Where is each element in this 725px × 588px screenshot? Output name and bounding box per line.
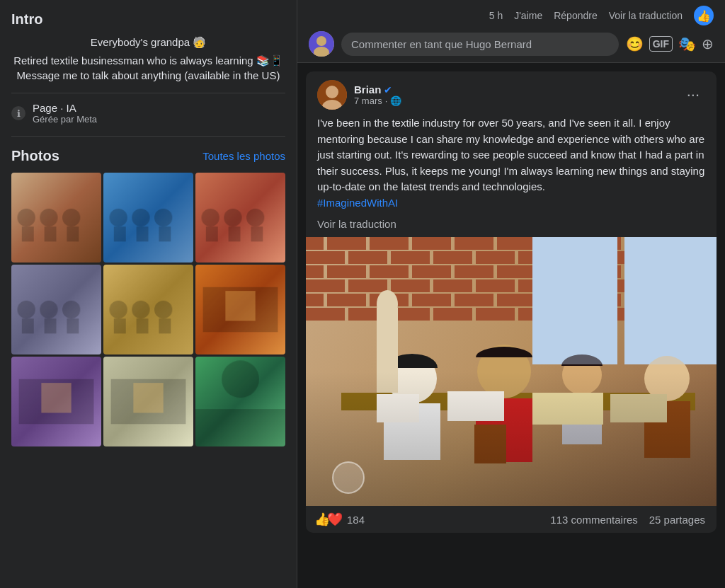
reactions-count: 184 (347, 514, 365, 526)
photo-9[interactable] (195, 357, 285, 446)
translate-action[interactable]: Voir la traduction (609, 10, 683, 21)
reaction-icons: 👍 ❤️ (317, 512, 343, 527)
intro-tagline: Everybody's grandpa 🧓 (11, 36, 285, 49)
intro-title: Intro (11, 11, 285, 28)
photo-5[interactable] (103, 265, 193, 354)
photos-grid (11, 173, 285, 446)
photo-3[interactable] (195, 173, 285, 263)
page-info: ℹ Page · IA Gérée par Meta (11, 102, 285, 125)
right-panel: 5 h J'aime Répondre Voir la traduction 👍… (297, 0, 725, 588)
intro-divider (11, 93, 285, 93)
svg-point-4 (326, 86, 338, 98)
like-button[interactable]: 👍 (694, 6, 714, 25)
post-date-text: 7 mars (354, 96, 382, 106)
comment-icons: 😊 GIF 🎭 ⊕ (626, 35, 714, 52)
intro-section: Intro Everybody's grandpa 🧓 Retired text… (11, 11, 285, 137)
photos-header: Photos Toutes les photos (11, 148, 285, 164)
photo-4[interactable] (11, 265, 101, 354)
heart-reaction-icon: ❤️ (327, 512, 343, 527)
reply-action[interactable]: Répondre (554, 10, 598, 21)
post-body: I've been in the textile industry for ov… (306, 115, 717, 218)
comment-input[interactable] (341, 33, 619, 56)
photo-2[interactable] (103, 173, 193, 263)
page-info-text: Page · IA Gérée par Meta (33, 102, 97, 125)
commenter-avatar (309, 31, 334, 57)
shares-count[interactable]: 25 partages (649, 514, 705, 526)
photos-title: Photos (11, 148, 59, 164)
all-photos-link[interactable]: Toutes les photos (202, 150, 285, 162)
photo-1[interactable] (11, 173, 101, 263)
post-date: 7 mars · 🌐 (354, 96, 674, 106)
intro-bio: Retired textile businessman who is alway… (11, 53, 285, 83)
post-globe-icon: 🌐 (390, 96, 401, 106)
post-stats: 113 commentaires 25 partages (550, 514, 705, 526)
post-text: I've been in the textile industry for ov… (317, 117, 704, 192)
left-panel: Intro Everybody's grandpa 🧓 Retired text… (0, 0, 297, 588)
info-icon: ℹ (11, 106, 25, 120)
photo-8[interactable] (103, 357, 193, 446)
photos-section: Photos Toutes les photos (11, 148, 285, 446)
svg-point-1 (316, 36, 326, 46)
comments-count[interactable]: 113 commentaires (550, 514, 637, 526)
photo-7[interactable] (11, 357, 101, 446)
post-author-avatar[interactable] (317, 80, 347, 110)
like-action[interactable]: J'aime (514, 10, 542, 21)
post-translate-link[interactable]: Voir la traduction (306, 218, 717, 237)
post-image-container (306, 237, 717, 506)
post-footer: 👍 ❤️ 184 113 commentaires 25 partages (306, 506, 717, 533)
post-hashtag[interactable]: #ImaginedWithAI (317, 197, 398, 209)
page-label: Page · IA (33, 102, 97, 114)
post-image[interactable] (306, 237, 717, 506)
photo-6[interactable] (195, 265, 285, 354)
comment-bar: 5 h J'aime Répondre Voir la traduction 👍… (297, 0, 725, 63)
post-more-button[interactable]: ··· (681, 83, 705, 107)
post-card: Brian ✔ 7 mars · 🌐 ··· I've been in the … (306, 71, 717, 533)
page-sub: Gérée par Meta (33, 114, 97, 125)
post-meta: Brian ✔ 7 mars · 🌐 (354, 83, 674, 106)
comment-bar-top: 5 h J'aime Répondre Voir la traduction 👍 (309, 6, 714, 25)
post-header: Brian ✔ 7 mars · 🌐 ··· (306, 71, 717, 115)
post-author-name[interactable]: Brian (354, 83, 381, 96)
sticker-comment-icon[interactable]: 🎭 (678, 35, 696, 52)
comment-input-row: 😊 GIF 🎭 ⊕ (309, 31, 714, 57)
post-date-separator: · (385, 96, 388, 106)
gif-comment-icon[interactable]: GIF (649, 36, 673, 52)
verified-badge: ✔ (384, 84, 392, 96)
post-name-row: Brian ✔ (354, 83, 674, 96)
time-label: 5 h (489, 10, 503, 21)
emoji-comment-icon[interactable]: 😊 (626, 35, 644, 52)
post-reactions: 👍 ❤️ 184 (317, 512, 365, 527)
like-icon: 👍 (697, 9, 711, 23)
extra-comment-icon[interactable]: ⊕ (702, 35, 714, 52)
